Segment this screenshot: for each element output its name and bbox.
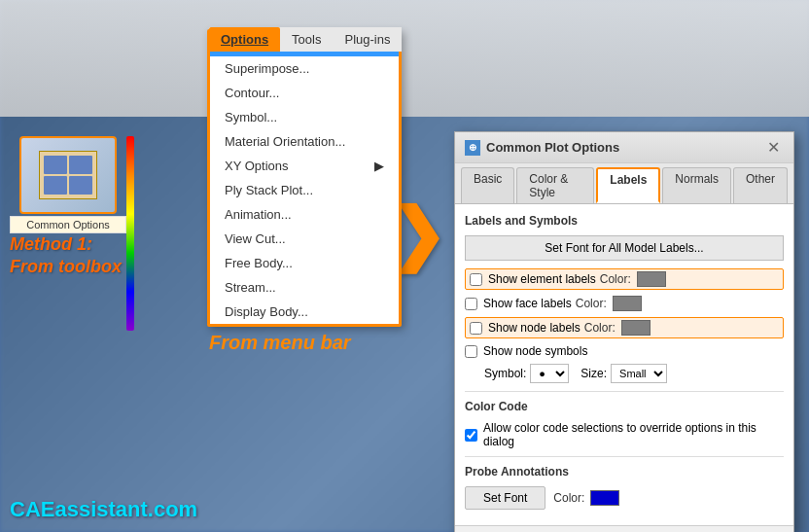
menu-item-contour[interactable]: Contour... [210, 81, 399, 105]
color-code-section: Color Code Allow color code selections t… [465, 391, 784, 448]
dialog-tabs: Basic Color & Style Labels Normals Other [455, 163, 793, 204]
show-element-labels-checkbox[interactable] [470, 273, 482, 286]
toolbox-label: Common Options [10, 216, 126, 233]
tab-labels[interactable]: Labels [596, 167, 660, 203]
menu-item-freebody[interactable]: Free Body... [210, 251, 399, 275]
show-node-labels-checkbox[interactable] [470, 322, 482, 335]
face-color-label: Color: [576, 297, 607, 310]
set-font-button[interactable]: Set Font for All Model Labels... [465, 235, 784, 261]
show-element-labels-row: Show element labels Color: [465, 268, 784, 290]
show-node-symbols-checkbox[interactable] [465, 345, 477, 358]
dropdown-menu: Common... Superimpose... Contour... Symb… [207, 29, 402, 327]
size-select[interactable]: Small [611, 364, 667, 383]
menu-item-material[interactable]: Material Orientation... [210, 129, 399, 154]
node-color-label: Color: [584, 321, 616, 335]
dialog-content: Labels and Symbols Set Font for All Mode… [455, 204, 793, 525]
show-node-symbols-text: Show node symbols [483, 344, 587, 358]
toolbar-area [0, 0, 809, 117]
show-face-labels-checkbox[interactable] [465, 298, 477, 310]
menu-options-button[interactable]: Options [209, 27, 280, 52]
face-color-box[interactable] [613, 296, 642, 311]
menu-item-stream[interactable]: Stream... [210, 275, 399, 300]
show-element-labels-text: Show element labels [488, 272, 596, 286]
show-node-labels-text: Show node labels [488, 321, 580, 335]
show-node-labels-row: Show node labels Color: [465, 317, 784, 338]
dialog-title: ⊕ Common Plot Options [465, 140, 619, 156]
color-code-checkbox[interactable] [465, 429, 477, 442]
menu-item-xy[interactable]: XY Options▶ [210, 154, 399, 178]
size-label: Size: [580, 367, 607, 380]
tab-normals[interactable]: Normals [662, 167, 731, 203]
color-code-text: Allow color code selections to override … [483, 421, 784, 448]
dialog-titlebar: ⊕ Common Plot Options ✕ [455, 132, 793, 163]
symbol-select[interactable]: ● [530, 364, 569, 383]
tab-colorstyle[interactable]: Color & Style [516, 167, 594, 203]
probe-section: Probe Annotations Set Font Color: [465, 456, 784, 510]
probe-title: Probe Annotations [465, 465, 784, 479]
menu-item-animation[interactable]: Animation... [210, 202, 399, 227]
show-face-labels-text: Show face labels [483, 297, 572, 310]
probe-color-box[interactable] [590, 490, 619, 506]
toolbox-container: Common Options [10, 136, 126, 233]
toolbox-icon[interactable] [19, 136, 117, 214]
menu-plugins-button[interactable]: Plug-ins [333, 27, 402, 52]
probe-color-label: Color: [553, 491, 584, 505]
probe-row: Set Font Color: [465, 486, 784, 510]
menu-item-viewcut[interactable]: View Cut... [210, 227, 399, 251]
cae-label: CAEassistant.com [10, 497, 197, 522]
dialog-close-button[interactable]: ✕ [763, 138, 784, 157]
symbol-label: Symbol: [484, 367, 526, 380]
labels-section-title: Labels and Symbols [465, 214, 784, 228]
menu-item-superimpose[interactable]: Superimpose... [210, 56, 399, 81]
dialog: ⊕ Common Plot Options ✕ Basic Color & St… [454, 131, 794, 532]
probe-font-button[interactable]: Set Font [465, 486, 545, 510]
menu-tools-button[interactable]: Tools [280, 27, 333, 52]
dialog-footer: OK Apply Defaults Cancel [455, 525, 793, 532]
tab-basic[interactable]: Basic [461, 167, 514, 203]
menu-item-ply[interactable]: Ply Stack Plot... [210, 178, 399, 202]
menu-bar: Options Tools Plug-ins [209, 27, 402, 52]
element-color-label: Color: [600, 272, 631, 286]
color-code-title: Color Code [465, 400, 784, 413]
node-color-box[interactable] [621, 320, 651, 336]
show-node-symbols-row: Show node symbols [465, 344, 784, 358]
dialog-title-icon: ⊕ [465, 140, 480, 156]
toolbox-icon-inner [39, 151, 97, 199]
method1-label: Method 1: From toolbox [10, 233, 122, 279]
color-code-row: Allow color code selections to override … [465, 421, 784, 448]
rainbow-bar [126, 136, 134, 331]
tab-other[interactable]: Other [733, 167, 788, 203]
symbol-row: Symbol: ● Size: Small [465, 364, 784, 383]
show-face-labels-row: Show face labels Color: [465, 296, 784, 311]
element-color-box[interactable] [637, 271, 666, 287]
menu-item-display[interactable]: Display Body... [210, 300, 399, 324]
menu-item-symbol[interactable]: Symbol... [210, 105, 399, 129]
